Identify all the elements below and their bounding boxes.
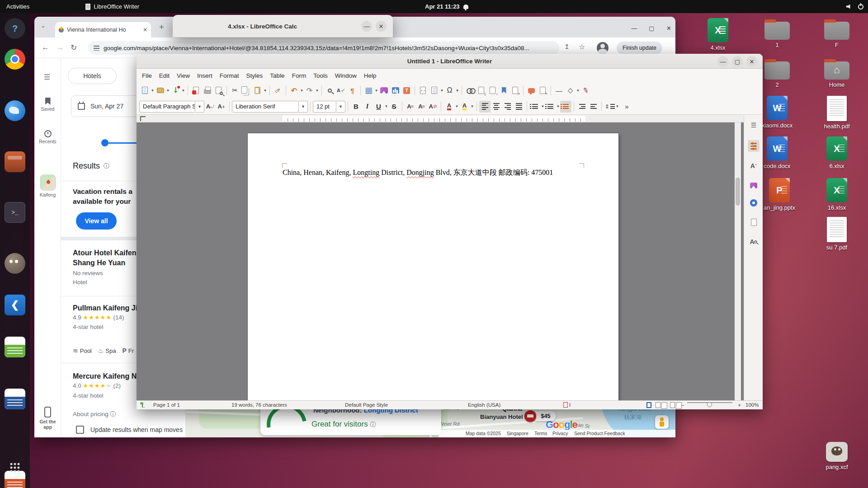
menu-tools[interactable]: Tools	[310, 72, 331, 79]
rail-item-get-app[interactable]: Get the app	[34, 407, 61, 430]
font-size-combo[interactable]: 12 pt	[313, 101, 336, 113]
terminal-icon[interactable]: >_	[5, 202, 25, 223]
paste-button[interactable]	[252, 84, 263, 96]
bold-button[interactable]: B	[350, 101, 362, 113]
privacy-link[interactable]: Privacy	[552, 431, 568, 436]
redo-button[interactable]: ↷	[304, 84, 315, 96]
tab-stop-selector-icon[interactable]	[140, 116, 146, 121]
view-multi-page-icon[interactable]	[656, 402, 660, 408]
hyperlink-button[interactable]	[464, 84, 476, 96]
page-break-button[interactable]	[417, 84, 429, 96]
paragraph-style-dropdown-icon[interactable]: ▼	[195, 101, 204, 113]
desktop-icon-home[interactable]: ⌂ Home	[813, 58, 860, 88]
menu-form[interactable]: Form	[288, 72, 310, 79]
align-center-button[interactable]	[491, 101, 502, 113]
print-preview-button[interactable]	[213, 84, 224, 96]
insert-chart-button[interactable]	[390, 84, 401, 96]
gimp-icon[interactable]	[5, 253, 25, 274]
export-pdf-button[interactable]	[190, 84, 202, 96]
menu-window[interactable]: Window	[331, 72, 360, 79]
chrome-close-icon[interactable]: ✕	[666, 25, 671, 32]
about-pricing-link[interactable]: About pricing	[73, 411, 108, 418]
copy-button[interactable]	[241, 84, 252, 96]
rail-item-kaifeng[interactable]: Kaifeng	[34, 174, 61, 197]
focused-app-menu[interactable]: LibreOffice Writer	[79, 0, 146, 13]
save-button[interactable]: ⭣	[170, 84, 181, 96]
page-deck-icon[interactable]	[748, 216, 760, 228]
formatting-marks-button[interactable]: ¶	[347, 84, 358, 96]
view-book-icon[interactable]	[670, 402, 675, 408]
info-icon[interactable]: ⓘ	[370, 421, 376, 428]
print-button[interactable]	[202, 84, 213, 96]
feedback-link[interactable]: Send Product Feedback	[574, 431, 625, 436]
increase-indent-button[interactable]	[576, 101, 588, 113]
superscript-button[interactable]: AB	[405, 101, 416, 113]
unsaved-changes-icon[interactable]	[140, 402, 145, 408]
menu-format[interactable]: Format	[216, 72, 243, 79]
horizontal-line-button[interactable]: —	[553, 84, 565, 96]
writer-maximize-icon[interactable]: ▢	[732, 56, 743, 67]
desktop-icon-anjing-pptx[interactable]: P an_jing.pptx	[756, 178, 803, 211]
desktop-icon-folder-f[interactable]: F	[813, 18, 860, 48]
chrome-icon[interactable]	[5, 49, 25, 70]
line-spacing-button[interactable]: ⇕	[604, 101, 615, 113]
special-character-button[interactable]: Ω	[444, 84, 455, 96]
chrome-maximize-icon[interactable]: ▢	[649, 25, 654, 32]
tab-search-icon[interactable]: ⌄	[41, 22, 46, 29]
menu-view[interactable]: View	[173, 72, 193, 79]
hotel-price-marker-icon[interactable]	[524, 410, 536, 422]
hotels-chip[interactable]: Hotels	[68, 68, 117, 84]
bookmark-star-icon[interactable]: ☆	[579, 42, 585, 51]
zoom-in-icon[interactable]: +	[738, 402, 741, 408]
track-changes-button[interactable]: ✎	[537, 84, 548, 96]
files-icon[interactable]	[5, 151, 25, 172]
font-size-dropdown-icon[interactable]: ▼	[336, 101, 345, 113]
writer-close-icon[interactable]: ✕	[746, 56, 757, 67]
address-bar[interactable]: google.com/maps/place/Vienna+Internation…	[88, 41, 559, 55]
strikethrough-button[interactable]: S	[388, 101, 400, 113]
calc-minimize-icon[interactable]: —	[361, 21, 372, 32]
outline-list-button[interactable]	[560, 101, 571, 113]
pegman-control[interactable]	[655, 415, 669, 429]
activities-button[interactable]: Activities	[0, 0, 36, 13]
toolbar-overflow-icon[interactable]: »	[621, 101, 632, 113]
status-page-count[interactable]: Page 1 of 1	[153, 402, 180, 408]
undo-button[interactable]: ↶	[288, 84, 300, 96]
desktop-icon-16-xlsx[interactable]: X 16.xlsx	[813, 178, 860, 211]
chrome-minimize-icon[interactable]: —	[631, 25, 637, 32]
vscode-icon[interactable]: ❮	[5, 295, 25, 315]
horizontal-ruler[interactable]	[137, 115, 763, 122]
menu-file[interactable]: File	[138, 72, 156, 79]
writer-titlebar[interactable]: Untitled 1 - LibreOffice Writer	[137, 54, 763, 69]
insert-textbox-button[interactable]: T	[401, 84, 412, 96]
insert-comment-button[interactable]	[526, 84, 537, 96]
selection-mode-icon[interactable]	[563, 402, 568, 408]
paragraph-style-combo[interactable]: Default Paragraph Styl	[139, 101, 195, 113]
site-settings-icon[interactable]	[94, 46, 99, 51]
insert-bookmark-button[interactable]	[498, 84, 509, 96]
justify-button[interactable]	[513, 101, 524, 113]
font-name-combo[interactable]: Liberation Serif	[232, 101, 299, 113]
basic-shapes-button[interactable]: ◇	[565, 84, 576, 96]
forward-icon[interactable]: →	[56, 43, 64, 52]
gallery-deck-icon[interactable]	[748, 179, 760, 191]
insert-image-button[interactable]	[378, 84, 390, 96]
desktop-icon-4xlsx[interactable]: X 4.xlsx	[694, 18, 741, 51]
desktop-icon-su7-pdf[interactable]: su 7.pdf	[813, 217, 860, 251]
draw-line-button[interactable]: ✎	[580, 84, 591, 96]
reload-icon[interactable]: ↻	[71, 43, 77, 52]
menu-edit[interactable]: Edit	[156, 72, 173, 79]
update-style-button[interactable]: A⤾	[204, 101, 216, 113]
clone-formatting-button[interactable]: ✑	[272, 84, 283, 96]
font-color-button[interactable]: A	[443, 101, 455, 113]
align-left-button[interactable]	[479, 101, 491, 113]
numbered-list-button[interactable]	[545, 101, 556, 113]
clear-formatting-button[interactable]: A⊘	[427, 101, 439, 113]
scrollbar-thumb[interactable]	[736, 178, 740, 206]
cut-button[interactable]: ✂	[229, 84, 241, 96]
status-zoom-level[interactable]: 100%	[745, 402, 759, 408]
insert-endnote-button[interactable]: i	[487, 84, 498, 96]
document-text[interactable]: China, Henan, Kaifeng, Longting District…	[283, 168, 584, 177]
writer-minimize-icon[interactable]: —	[717, 56, 728, 67]
update-results-checkbox[interactable]	[76, 426, 84, 434]
